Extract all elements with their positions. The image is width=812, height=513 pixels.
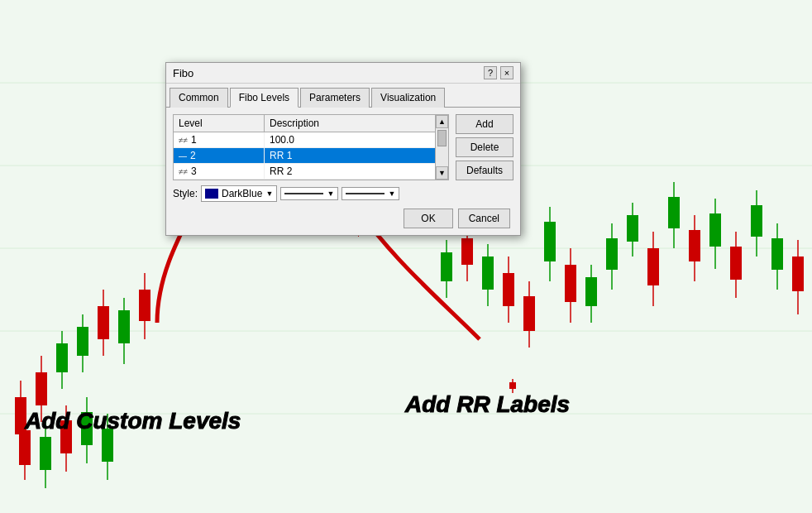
svg-rect-21 [441,252,452,281]
line-dropdown-arrow-1: ▼ [327,189,334,198]
fibo-dialog: Fibo ? × Common Fibo Levels Parameters V… [165,62,521,236]
content-area: Level Description ≠≠ 1 100.0 [173,114,513,180]
line-dropdown-arrow-2: ▼ [388,189,395,198]
color-selector[interactable]: DarkBlue ▼ [201,185,277,202]
ok-cancel-row: OK Cancel [173,209,513,228]
style-label: Style: [173,188,198,199]
col-level: Level [174,115,265,132]
svg-rect-45 [689,230,700,261]
svg-rect-53 [771,238,783,270]
dialog-controls: ? × [484,66,513,79]
svg-rect-13 [77,327,88,356]
svg-rect-55 [792,256,804,291]
svg-rect-57 [19,430,31,465]
col-description: Description [265,115,435,132]
table-header: Level Description [174,115,435,132]
svg-rect-23 [461,238,473,265]
help-button[interactable]: ? [484,66,497,79]
svg-rect-35 [585,277,597,306]
level-icon-2: — [179,151,187,161]
annotation-custom-levels: Add Custom Levels [25,408,241,434]
cell-level-2: — 2 [174,148,265,163]
svg-rect-33 [565,265,576,302]
action-buttons: Add Delete Defaults [456,114,513,180]
cell-level-1: ≠≠ 1 [174,132,265,147]
table-scrollbar[interactable]: ▲ ▼ [435,115,448,180]
table-row[interactable]: ≠≠ 1 100.0 [174,132,435,148]
svg-rect-49 [730,247,742,280]
level-icon-3: ≠≠ [179,167,188,176]
svg-rect-15 [98,306,109,339]
table-wrapper: Level Description ≠≠ 1 100.0 [173,114,449,180]
cell-desc-1: 100.0 [265,132,435,147]
color-swatch [205,189,218,199]
defaults-button[interactable]: Defaults [456,161,513,180]
tab-visualization[interactable]: Visualization [371,88,445,108]
tab-parameters[interactable]: Parameters [300,88,370,108]
svg-rect-59 [40,437,51,470]
tab-common[interactable]: Common [170,88,228,108]
style-row: Style: DarkBlue ▼ ▼ ▼ [173,185,513,202]
line-preview-1 [284,193,323,194]
scroll-track [436,128,448,166]
delete-button[interactable]: Delete [456,137,513,157]
svg-rect-43 [668,197,680,228]
table-row[interactable]: ≠≠ 3 RR 2 [174,164,435,180]
annotation-rr-labels: Add RR Labels [405,391,570,418]
dialog-tabs: Common Fibo Levels Parameters Visualizat… [166,84,520,108]
scroll-thumb[interactable] [437,130,447,146]
close-button[interactable]: × [500,66,513,79]
svg-rect-19 [139,290,150,321]
color-name: DarkBlue [222,188,262,199]
cell-desc-2: RR 1 [265,148,435,163]
svg-rect-9 [36,372,47,405]
dialog-title: Fibo [173,67,193,79]
tab-fibo-levels[interactable]: Fibo Levels [230,88,299,108]
table-row-selected[interactable]: — 2 RR 1 [174,148,435,164]
svg-rect-17 [118,310,130,343]
table-main: Level Description ≠≠ 1 100.0 [174,115,435,180]
svg-rect-41 [647,248,659,285]
scroll-up-btn[interactable]: ▲ [436,115,448,128]
svg-rect-11 [56,343,68,372]
add-button[interactable]: Add [456,114,513,134]
color-dropdown-arrow: ▼ [265,189,273,198]
svg-rect-37 [606,238,618,270]
dialog-content: Level Description ≠≠ 1 100.0 [166,108,520,235]
svg-rect-29 [523,296,535,331]
line-style-selector-1[interactable]: ▼ [280,187,338,200]
level-icon-1: ≠≠ [179,136,188,145]
cancel-button[interactable]: Cancel [458,209,510,228]
svg-rect-31 [544,222,556,261]
svg-rect-51 [751,205,762,237]
svg-rect-25 [482,256,494,290]
cell-desc-3: RR 2 [265,164,435,179]
svg-rect-67 [509,382,516,389]
table-area: Level Description ≠≠ 1 100.0 [173,114,449,180]
dialog-titlebar: Fibo ? × [166,63,520,84]
svg-rect-27 [503,273,514,306]
scroll-down-btn[interactable]: ▼ [436,166,448,180]
svg-rect-39 [627,215,638,242]
cell-level-3: ≠≠ 3 [174,164,265,179]
ok-button[interactable]: OK [404,209,452,228]
svg-rect-47 [709,213,721,247]
line-style-selector-2[interactable]: ▼ [342,187,399,200]
line-preview-2 [346,193,385,194]
